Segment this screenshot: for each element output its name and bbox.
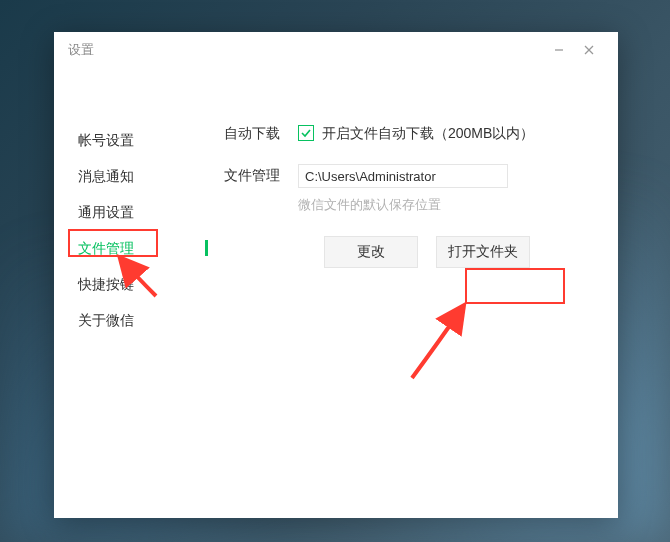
sidebar: 帐号设置 消息通知 通用设置 文件管理 快捷按键 关于微信 bbox=[54, 68, 214, 518]
auto-download-label: 自动下载 bbox=[224, 122, 298, 144]
sidebar-item-about[interactable]: 关于微信 bbox=[78, 302, 214, 338]
sidebar-item-notifications[interactable]: 消息通知 bbox=[78, 158, 214, 194]
sidebar-item-account[interactable]: 帐号设置 bbox=[78, 122, 214, 158]
change-button-label: 更改 bbox=[357, 243, 385, 261]
titlebar: 设置 bbox=[54, 32, 618, 68]
open-folder-button[interactable]: 打开文件夹 bbox=[436, 236, 530, 268]
sidebar-item-files[interactable]: 文件管理 bbox=[78, 230, 214, 266]
sidebar-item-label: 通用设置 bbox=[78, 204, 134, 220]
window-title: 设置 bbox=[68, 41, 94, 59]
file-manage-label: 文件管理 bbox=[224, 164, 298, 186]
sidebar-item-label: 消息通知 bbox=[78, 168, 134, 184]
sidebar-item-general[interactable]: 通用设置 bbox=[78, 194, 214, 230]
sidebar-item-label: 文件管理 bbox=[78, 240, 134, 256]
open-folder-button-label: 打开文件夹 bbox=[448, 243, 518, 261]
check-icon bbox=[300, 127, 312, 139]
main-panel: 自动下载 开启文件自动下载（200MB以内） 文件管理 微信文件的默认保存位置 bbox=[214, 68, 618, 518]
sidebar-item-label: 快捷按键 bbox=[78, 276, 134, 292]
settings-window: 设置 帐号设置 消息通知 通用设置 文件管理 快捷按键 bbox=[54, 32, 618, 518]
auto-download-checkbox[interactable] bbox=[298, 125, 314, 141]
change-button[interactable]: 更改 bbox=[324, 236, 418, 268]
sidebar-item-label: 关于微信 bbox=[78, 312, 134, 328]
file-path-input[interactable] bbox=[298, 164, 508, 188]
sidebar-item-label: 帐号设置 bbox=[78, 132, 134, 148]
file-path-hint: 微信文件的默认保存位置 bbox=[298, 196, 618, 214]
close-button[interactable] bbox=[574, 35, 604, 65]
auto-download-text: 开启文件自动下载（200MB以内） bbox=[322, 122, 534, 144]
sidebar-item-shortcuts[interactable]: 快捷按键 bbox=[78, 266, 214, 302]
minimize-button[interactable] bbox=[544, 35, 574, 65]
